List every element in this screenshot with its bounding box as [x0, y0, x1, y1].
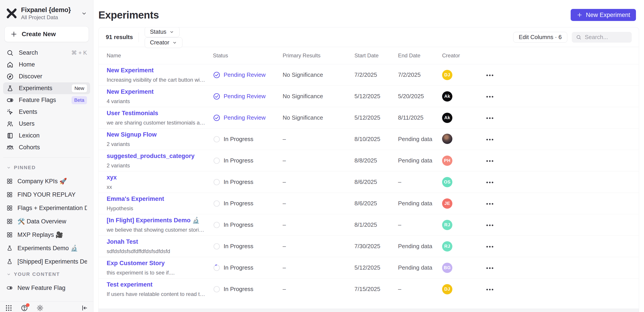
collapse-sidebar-icon[interactable] — [81, 304, 88, 312]
flask-icon — [6, 245, 13, 252]
row-actions-button[interactable] — [489, 267, 490, 269]
end-date-value: – — [398, 221, 442, 228]
experiment-name-link[interactable]: Exp Customer Story — [107, 260, 165, 267]
apps-grid-icon[interactable] — [5, 304, 12, 312]
primary-results-value: – — [283, 286, 354, 293]
table-row[interactable]: New Experiment 4 variants Pending Review… — [98, 85, 639, 107]
status-filter-button[interactable]: Status — [145, 27, 180, 37]
column-header-end-date[interactable]: End Date — [398, 52, 442, 59]
table-row[interactable]: xyx xx In Progress – 8/6/2025 – OS — [98, 171, 639, 193]
column-header-status[interactable]: Status — [213, 52, 283, 59]
table-row[interactable]: New Experiment Increasing visibility of … — [98, 64, 639, 85]
table-row[interactable]: New Signup Flow 2 variants In Progress –… — [98, 128, 639, 150]
main-content: Experiments New Experiment 91 results St… — [94, 0, 644, 312]
experiment-subtitle: 2 variants — [107, 141, 206, 147]
end-date-value: Pending data — [398, 200, 442, 207]
primary-results-value: – — [283, 221, 354, 228]
experiment-subtitle: sdfdsfdsfsdfdffdfdsfsdfdsfd — [107, 248, 206, 254]
end-date-value: Pending data — [398, 243, 442, 250]
help-icon[interactable] — [20, 304, 28, 312]
row-actions-button[interactable] — [489, 139, 490, 140]
row-actions-button[interactable] — [489, 96, 490, 98]
table-row[interactable]: Exp Customer Story this experiment is to… — [98, 257, 639, 278]
creator-filter-button[interactable]: Creator — [145, 37, 182, 48]
experiment-subtitle: Hypothesis — [107, 205, 206, 212]
primary-results-value: No Significance — [283, 93, 354, 100]
table-row[interactable]: User Testimonials we are sharing custome… — [98, 107, 639, 128]
search-icon — [576, 34, 582, 40]
creator-avatar: DJ — [442, 284, 452, 294]
experiment-name-link[interactable]: Emma's Experiment — [107, 195, 164, 202]
progress-circle-spinner-icon — [213, 264, 220, 272]
experiment-name-link[interactable]: User Testimonials — [107, 110, 158, 117]
table-search[interactable] — [572, 32, 632, 43]
experiment-name-link[interactable]: xyx — [107, 174, 117, 181]
table-body: New Experiment Increasing visibility of … — [98, 64, 639, 312]
table-row[interactable]: Jonah Test sdfdsfdsfsdfdffdfdsfsdfdsfd I… — [98, 235, 639, 257]
status-label: Pending Review — [224, 114, 266, 121]
table-row[interactable]: Test experiment If users have relatable … — [98, 278, 639, 300]
status-label: Pending Review — [224, 93, 266, 100]
row-actions-button[interactable] — [489, 203, 490, 205]
table-footer-bar — [98, 309, 639, 312]
status-label: Pending Review — [224, 71, 266, 78]
table-header-row: NameStatusPrimary ResultsStart DateEnd D… — [98, 47, 639, 64]
users-icon — [6, 120, 14, 128]
row-actions-button[interactable] — [489, 75, 490, 76]
experiment-name-link[interactable]: New Signup Flow — [107, 131, 157, 138]
chevron-down-icon — [6, 165, 11, 170]
board-icon — [6, 218, 13, 225]
creator-avatar: OS — [442, 177, 452, 187]
row-actions-button[interactable] — [489, 182, 490, 183]
column-header-primary-results[interactable]: Primary Results — [283, 52, 354, 59]
workspace-switcher[interactable]: Fixpanel {demo} All Project Data — [0, 0, 93, 22]
primary-results-value: – — [283, 157, 354, 164]
chevron-down-icon — [172, 40, 177, 45]
start-date-value: 5/12/2025 — [354, 264, 398, 271]
lexicon-icon — [6, 132, 14, 140]
row-actions-button[interactable] — [489, 246, 490, 248]
table-row[interactable]: [In Flight] Experiments Demo 🔬 we believ… — [98, 214, 639, 235]
check-circle-icon — [213, 114, 220, 122]
gear-icon[interactable] — [36, 304, 44, 312]
row-actions-button[interactable] — [489, 160, 490, 162]
primary-results-value: – — [283, 178, 354, 185]
creator-avatar: PH — [442, 156, 452, 166]
creator-avatar: RJ — [442, 241, 452, 252]
creator-avatar: JE — [442, 198, 452, 209]
events-icon — [6, 108, 14, 116]
edit-columns-button[interactable]: Edit Columns · 6 — [513, 32, 567, 43]
table-row[interactable]: suggested_products_category 2 variants I… — [98, 150, 639, 171]
column-header-name[interactable]: Name — [107, 52, 213, 59]
primary-results-value: – — [283, 136, 354, 143]
cohorts-icon — [6, 144, 14, 151]
start-date-value: 8/6/2025 — [354, 200, 398, 207]
column-header-creator[interactable]: Creator — [442, 52, 482, 59]
experiment-name-link[interactable]: New Experiment — [107, 67, 154, 74]
row-actions-button[interactable] — [489, 224, 490, 226]
experiment-subtitle: 4 variants — [107, 98, 206, 104]
row-actions-button[interactable] — [489, 289, 490, 290]
end-date-value: Pending data — [398, 264, 442, 271]
experiment-name-link[interactable]: [In Flight] Experiments Demo 🔬 — [107, 217, 200, 224]
table-search-input[interactable] — [585, 34, 628, 41]
experiment-name-link[interactable]: suggested_products_category — [107, 153, 194, 159]
experiment-name-link[interactable]: New Experiment — [107, 88, 154, 95]
row-actions-button[interactable] — [489, 117, 490, 119]
notification-dot — [26, 303, 30, 307]
creator-avatar-photo — [442, 134, 452, 144]
start-date-value: 8/6/2025 — [354, 178, 398, 185]
status-label: In Progress — [224, 286, 253, 293]
table-row[interactable]: Emma's Experiment Hypothesis In Progress… — [98, 193, 639, 214]
check-circle-icon — [213, 93, 220, 100]
experiment-name-link[interactable]: Test experiment — [107, 281, 152, 288]
start-date-value: 7/30/2025 — [354, 243, 398, 250]
home-icon — [6, 61, 14, 68]
experiment-name-link[interactable]: Jonah Test — [107, 238, 138, 245]
experiment-subtitle: we believe that showing customer stories… — [107, 227, 206, 233]
experiment-subtitle: this experiment is to see if.... — [107, 270, 206, 276]
chevron-down-icon — [6, 272, 11, 277]
plus-icon — [10, 30, 18, 38]
column-header-start-date[interactable]: Start Date — [354, 52, 398, 59]
search-icon — [6, 49, 14, 57]
